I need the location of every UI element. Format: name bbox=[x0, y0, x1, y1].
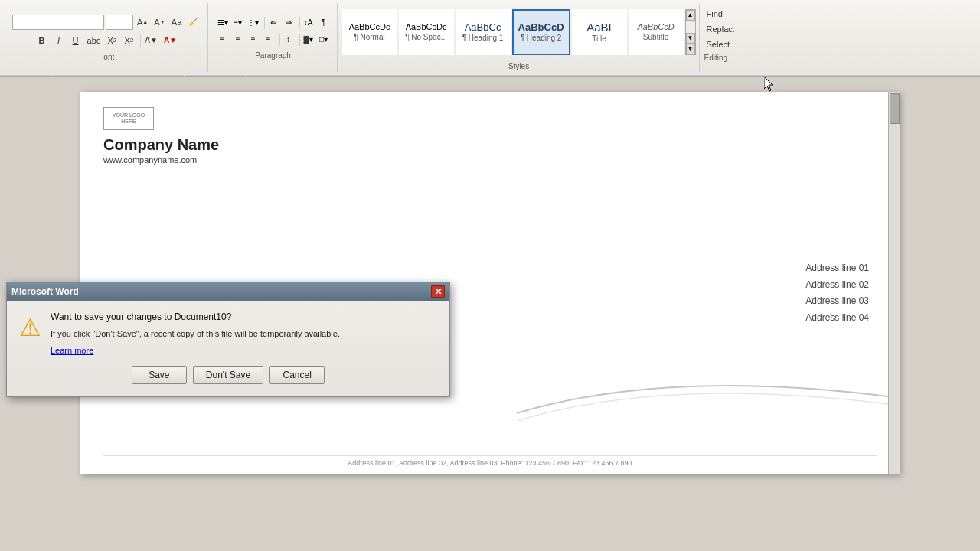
style-normal-label: ¶ Normal bbox=[354, 33, 384, 41]
underline-btn[interactable]: U bbox=[68, 33, 83, 48]
address-line-4: Address line 04 bbox=[805, 310, 869, 327]
address-line-3: Address line 03 bbox=[805, 293, 869, 310]
paragraph-group-label: Paragraph bbox=[255, 51, 291, 60]
font-group: Calibri (Body) 9 A▲ A▼ Aa 🧹 B I U abc X2… bbox=[6, 3, 208, 72]
paragraph-group: ☰▾ ≡▾ ⋮▾ ⇐ ⇒ ↕A ¶ ≡ ≡ ≡ ≡ ↕ ▓▾ □▾ bbox=[210, 3, 338, 72]
font-group-label: Font bbox=[99, 53, 114, 61]
address-line-1: Address line 01 bbox=[805, 260, 869, 277]
dialog-body: ⚠ Want to save your changes to Document1… bbox=[7, 301, 449, 396]
justify-btn[interactable]: ≡ bbox=[262, 33, 276, 47]
superscript-btn[interactable]: X2 bbox=[121, 33, 136, 48]
line-spacing-btn[interactable]: ↕ bbox=[282, 33, 296, 47]
style-nospace-label: ¶ No Spac... bbox=[405, 33, 447, 41]
warning-icon: ⚠ bbox=[19, 313, 41, 357]
clear-format-btn[interactable]: 🧹 bbox=[186, 15, 201, 30]
style-normal-preview: AaBbCcDc bbox=[349, 22, 390, 32]
scroll-more-btn[interactable]: ▼ bbox=[686, 44, 695, 54]
numbering-btn[interactable]: ≡▾ bbox=[231, 16, 245, 30]
align-center-btn[interactable]: ≡ bbox=[231, 33, 245, 47]
dialog-buttons: Save Don't Save Cancel bbox=[19, 366, 437, 384]
save-button[interactable]: Save bbox=[132, 366, 187, 384]
italic-btn[interactable]: I bbox=[51, 33, 67, 48]
style-h1-label: ¶ Heading 1 bbox=[462, 34, 504, 42]
bullets-btn[interactable]: ☰▾ bbox=[216, 16, 230, 30]
styles-group: AaBbCcDc ¶ Normal AaBbCcDc ¶ No Spac... … bbox=[339, 3, 700, 72]
bold-btn[interactable]: B bbox=[34, 33, 50, 48]
style-heading1[interactable]: AaBbCc ¶ Heading 1 bbox=[456, 9, 511, 55]
decrease-font-btn[interactable]: A▼ bbox=[152, 15, 167, 30]
decrease-indent-btn[interactable]: ⇐ bbox=[266, 16, 280, 30]
company-website: www.companyname.com bbox=[103, 155, 877, 165]
font-size-input[interactable]: 9 bbox=[106, 15, 133, 30]
shading-btn[interactable]: ▓▾ bbox=[302, 33, 315, 47]
document-footer: Address line 01, Address line 02, Addres… bbox=[103, 455, 877, 467]
ribbon: Calibri (Body) 9 A▲ A▼ Aa 🧹 B I U abc X2… bbox=[0, 0, 980, 77]
dialog-content: ⚠ Want to save your changes to Document1… bbox=[19, 311, 437, 357]
editing-group: Find Replac. Select Editing bbox=[701, 3, 740, 72]
change-case-btn[interactable]: Aa bbox=[169, 15, 185, 30]
font-color-btn[interactable]: A▼ bbox=[162, 33, 179, 48]
style-subtitle-label: Subtitle bbox=[643, 33, 668, 41]
address-block: Address line 01 Address line 02 Address … bbox=[805, 260, 869, 326]
font-name-input[interactable]: Calibri (Body) bbox=[12, 15, 104, 30]
borders-btn[interactable]: □▾ bbox=[317, 33, 331, 47]
increase-indent-btn[interactable]: ⇒ bbox=[282, 16, 296, 30]
strikethrough-btn[interactable]: abc bbox=[85, 33, 103, 48]
style-subtitle-preview: AaBbCcD bbox=[637, 22, 674, 32]
style-title-preview: AaBI bbox=[586, 21, 612, 34]
style-h2-label: ¶ Heading 2 bbox=[521, 34, 562, 42]
select-btn[interactable]: Select bbox=[704, 37, 733, 52]
sort-btn[interactable]: ↕A bbox=[302, 16, 315, 30]
address-line-2: Address line 02 bbox=[805, 277, 869, 294]
cancel-button[interactable]: Cancel bbox=[270, 366, 325, 384]
scrollbar-thumb[interactable] bbox=[890, 93, 900, 124]
style-h1-preview: AaBbCc bbox=[465, 21, 501, 34]
style-title-label: Title bbox=[592, 34, 606, 43]
increase-font-btn[interactable]: A▲ bbox=[135, 15, 150, 30]
style-subtitle[interactable]: AaBbCcD Subtitle bbox=[629, 9, 684, 55]
show-para-btn[interactable]: ¶ bbox=[317, 16, 331, 30]
vertical-scrollbar[interactable] bbox=[888, 92, 900, 474]
multilevel-btn[interactable]: ⋮▾ bbox=[247, 16, 260, 30]
scroll-up-btn[interactable]: ▲ bbox=[686, 10, 695, 21]
subscript-btn[interactable]: X2 bbox=[104, 33, 119, 48]
align-right-btn[interactable]: ≡ bbox=[247, 33, 260, 47]
dialog-close-btn[interactable]: ✕ bbox=[431, 285, 445, 298]
style-h2-preview: AaBbCcD bbox=[518, 21, 564, 34]
find-btn[interactable]: Find bbox=[704, 6, 725, 21]
styles-scrollbar[interactable]: ▲ ▼ ▼ bbox=[685, 9, 696, 55]
dialog-titlebar: Microsoft Word ✕ bbox=[7, 282, 449, 301]
style-nospace[interactable]: AaBbCcDc ¶ No Spac... bbox=[399, 9, 454, 55]
align-left-btn[interactable]: ≡ bbox=[216, 33, 230, 47]
dialog-info: If you click "Don't Save", a recent copy… bbox=[51, 328, 437, 340]
style-nospace-preview: AaBbCcDc bbox=[406, 22, 447, 32]
decorative-curve bbox=[517, 352, 900, 444]
text-highlight-btn[interactable]: A▼ bbox=[142, 33, 160, 48]
style-heading2[interactable]: AaBbCcD ¶ Heading 2 bbox=[512, 9, 570, 55]
dialog-question: Want to save your changes to Document10? bbox=[51, 311, 437, 322]
dialog-title: Microsoft Word bbox=[11, 286, 79, 297]
company-name: Company Name bbox=[103, 136, 877, 154]
style-title[interactable]: AaBI Title bbox=[572, 9, 627, 55]
save-dialog[interactable]: Microsoft Word ✕ ⚠ Want to save your cha… bbox=[6, 282, 450, 397]
learn-more-link[interactable]: Learn more bbox=[51, 346, 93, 355]
dont-save-button[interactable]: Don't Save bbox=[193, 366, 263, 384]
style-normal[interactable]: AaBbCcDc ¶ Normal bbox=[342, 9, 397, 55]
logo-box: YOUR LOGOHERE bbox=[103, 107, 154, 130]
replace-btn[interactable]: Replac. bbox=[704, 21, 737, 37]
editing-group-label: Editing bbox=[704, 54, 737, 62]
dialog-text-area: Want to save your changes to Document10?… bbox=[51, 311, 437, 357]
scroll-down-btn[interactable]: ▼ bbox=[686, 33, 695, 44]
styles-group-label: Styles bbox=[342, 62, 696, 72]
